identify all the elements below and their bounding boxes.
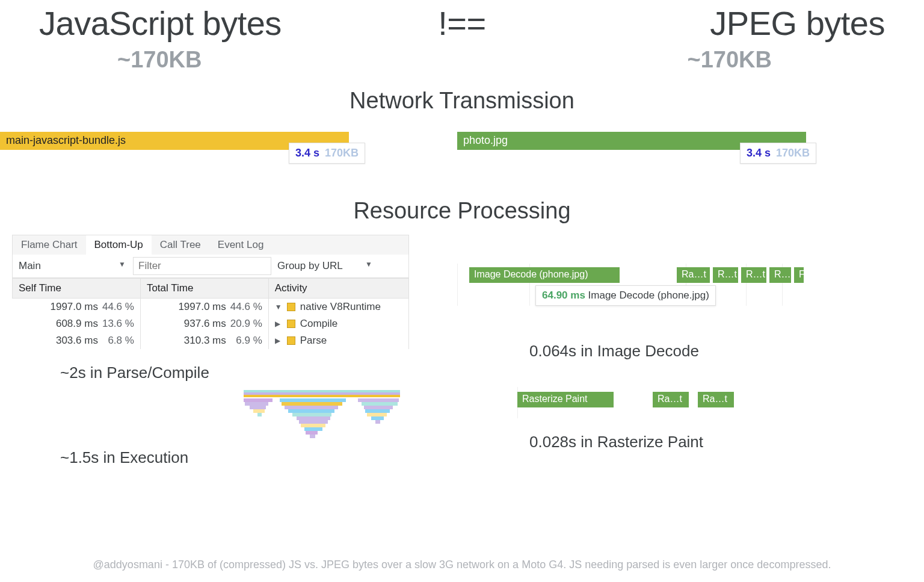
title-js: JavaScript bytes [39, 4, 282, 43]
tooltip-label: Image Decode (phone.jpg) [588, 289, 709, 301]
table-row[interactable]: 303.6 ms6.8 %310.3 ms6.9 %▶Parse [13, 332, 409, 349]
size-js: ~170KB [117, 47, 202, 73]
badge-jpeg-size: 170KB [776, 147, 810, 159]
summary-decode: 0.064s in Image Decode [529, 342, 912, 361]
ev-paint-2[interactable]: Ra…t [698, 392, 734, 407]
profile-table: Self Time Total Time Activity 1997.0 ms4… [12, 278, 409, 349]
ev-raster-2[interactable]: R…t [741, 267, 766, 283]
group-select[interactable]: Group by URL [271, 256, 380, 276]
footer-credit: @addyosmani - 170KB of (compressed) JS v… [0, 559, 924, 571]
section-network: Network Transmission [0, 88, 924, 114]
ev-paint-1[interactable]: Ra…t [653, 392, 689, 407]
badge-js: 3.4 s 170KB [289, 143, 365, 164]
ev-raster-1[interactable]: R…t [713, 267, 738, 283]
badge-jpeg-time: 3.4 s [747, 147, 771, 159]
timeline-paint: Rasterize Paint Ra…t Ra…t [457, 391, 912, 415]
badge-jpeg: 3.4 s 170KB [740, 143, 816, 164]
ev-raster-3[interactable]: R… [769, 267, 791, 283]
ev-raster-0[interactable]: Ra…t [677, 267, 710, 283]
summary-parse: ~2s in Parse/Compile [60, 364, 409, 382]
title-jpeg: JPEG bytes [710, 4, 885, 43]
tooltip-decode: 64.90 ms Image Decode (phone.jpg) [535, 285, 716, 306]
filter-input[interactable] [133, 257, 271, 275]
tab-bottom-up[interactable]: Bottom-Up [86, 235, 152, 255]
th-activity[interactable]: Activity [268, 279, 408, 299]
devtools-tabs: Flame Chart Bottom-Up Call Tree Event Lo… [12, 235, 409, 255]
badge-js-size: 170KB [325, 147, 359, 159]
title-op: !== [438, 4, 485, 43]
thread-select[interactable]: Main [13, 256, 133, 276]
flame-chart-icon [244, 390, 400, 492]
tab-call-tree[interactable]: Call Tree [152, 235, 209, 255]
table-row[interactable]: 1997.0 ms44.6 %1997.0 ms44.6 %▼native V8… [13, 299, 409, 316]
badge-js-time: 3.4 s [295, 147, 319, 159]
th-self[interactable]: Self Time [13, 279, 141, 299]
th-total[interactable]: Total Time [140, 279, 268, 299]
tooltip-ms: 64.90 ms [542, 289, 585, 301]
tab-flame-chart[interactable]: Flame Chart [13, 235, 86, 255]
summary-paint: 0.028s in Rasterize Paint [529, 433, 912, 451]
timeline-decode: Image Decode (phone.jpg) Ra…t R…t R…t R…… [457, 264, 912, 306]
size-jpeg: ~170KB [688, 47, 772, 73]
ev-raster-4[interactable]: F [794, 267, 804, 283]
table-row[interactable]: 608.9 ms13.6 %937.6 ms20.9 %▶Compile [13, 315, 409, 332]
ev-image-decode[interactable]: Image Decode (phone.jpg) [469, 267, 620, 283]
tab-event-log[interactable]: Event Log [209, 235, 273, 255]
section-processing: Resource Processing [0, 198, 924, 224]
ev-paint-0[interactable]: Rasterize Paint [517, 392, 614, 407]
